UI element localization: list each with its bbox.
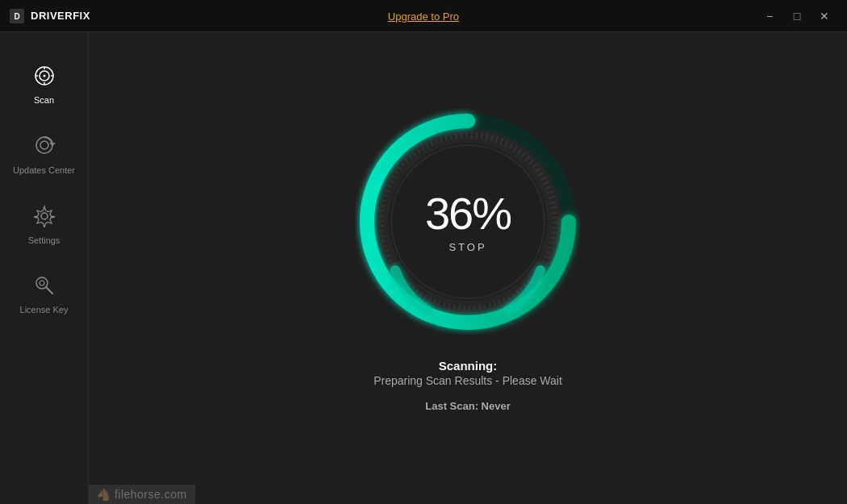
close-button[interactable]: ✕ [812,5,837,27]
upgrade-to-pro-link[interactable]: Upgrade to Pro [388,10,459,23]
last-scan-label: Last Scan: Never [373,400,562,412]
sidebar-item-license[interactable]: License Key [0,258,88,327]
sidebar-license-label: License Key [20,305,69,314]
stop-button[interactable]: STOP [425,240,511,252]
settings-icon [30,202,59,231]
minimize-button[interactable]: − [757,5,782,27]
updates-icon [30,131,59,160]
svg-point-14 [40,281,44,285]
sidebar-settings-label: Settings [28,235,60,245]
scan-icon [30,61,59,90]
sidebar-item-scan[interactable]: Scan [0,48,88,118]
watermark: 🐴 filehorse.com [89,485,195,504]
main-content: 36% STOP Scanning: Preparing Scan Result… [89,32,847,504]
maximize-button[interactable]: □ [784,5,810,27]
sidebar-scan-label: Scan [34,95,54,105]
progress-percent-label: 36% [425,190,511,235]
svg-point-10 [40,141,48,149]
sidebar-updates-label: Updates Center [13,165,75,176]
progress-ring-container: 36% STOP [355,109,581,335]
svg-line-13 [46,287,52,294]
filehorse-icon: 🐴 [97,488,115,501]
status-area: Scanning: Preparing Scan Results - Pleas… [373,359,562,412]
title-bar-left: D DRIVERFIX [10,9,90,23]
app-title: DRIVERFIX [31,10,90,22]
svg-text:D: D [14,12,19,21]
sidebar-item-updates[interactable]: Updates Center [0,118,88,189]
title-bar: D DRIVERFIX Upgrade to Pro − □ ✕ [0,0,847,32]
sidebar-item-settings[interactable]: Settings [0,189,88,258]
svg-point-4 [43,75,45,77]
main-layout: Scan Updates Center Settings [0,32,847,504]
license-icon [30,271,59,300]
scanning-detail: Preparing Scan Results - Please Wait [373,374,562,387]
svg-point-11 [41,213,48,219]
scanning-label: Scanning: [373,359,562,373]
title-bar-controls: − □ ✕ [757,5,837,27]
sidebar: Scan Updates Center Settings [0,32,89,504]
progress-center: 36% STOP [425,190,511,252]
title-bar-center: Upgrade to Pro [90,9,757,23]
app-logo-icon: D [10,9,24,23]
